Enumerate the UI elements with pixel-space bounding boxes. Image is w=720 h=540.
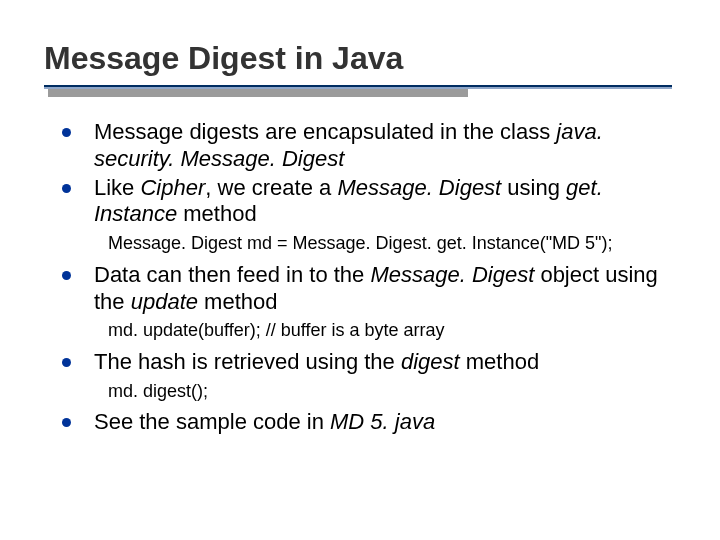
bullet-4: The hash is retrieved using the digest m… xyxy=(62,349,676,376)
bullet-4-t3: method xyxy=(460,349,540,374)
bullet-3-md: Message. Digest xyxy=(370,262,534,287)
bullet-3-update: update xyxy=(131,289,198,314)
bullet-2-t7: method xyxy=(177,201,257,226)
code-line-2: md. update(buffer); // buffer is a byte … xyxy=(108,319,676,342)
slide-title: Message Digest in Java xyxy=(44,40,676,77)
bullet-2-t1: Like xyxy=(94,175,140,200)
bullet-1-text: Message digests are encapsulated in the … xyxy=(94,119,556,144)
bullet-4-digest: digest xyxy=(401,349,460,374)
slide: Message Digest in Java Message digests a… xyxy=(0,0,720,540)
bullet-4-t1: The hash is retrieved using the xyxy=(94,349,401,374)
code-line-1: Message. Digest md = Message. Digest. ge… xyxy=(108,232,676,255)
bullet-3-t5: method xyxy=(198,289,278,314)
bullet-3-t1: Data can then feed in to the xyxy=(94,262,370,287)
bullet-list: Message digests are encapsulated in the … xyxy=(62,119,676,228)
bullet-2-cipher: Cipher xyxy=(140,175,205,200)
bullet-2-t3: , we create a xyxy=(205,175,337,200)
bullet-5-t1: See the sample code in xyxy=(94,409,330,434)
bullet-5-md5java: MD 5. java xyxy=(330,409,435,434)
bullet-list-2: Data can then feed in to the Message. Di… xyxy=(62,262,676,316)
bullet-2-t5: using xyxy=(501,175,566,200)
bullet-list-4: See the sample code in MD 5. java xyxy=(62,409,676,436)
bullet-1: Message digests are encapsulated in the … xyxy=(62,119,676,173)
title-rule xyxy=(44,83,676,97)
bullet-2: Like Cipher, we create a Message. Digest… xyxy=(62,175,676,229)
bullet-3: Data can then feed in to the Message. Di… xyxy=(62,262,676,316)
bullet-2-md: Message. Digest xyxy=(337,175,501,200)
code-line-3: md. digest(); xyxy=(108,380,676,403)
bullet-5: See the sample code in MD 5. java xyxy=(62,409,676,436)
bullet-list-3: The hash is retrieved using the digest m… xyxy=(62,349,676,376)
